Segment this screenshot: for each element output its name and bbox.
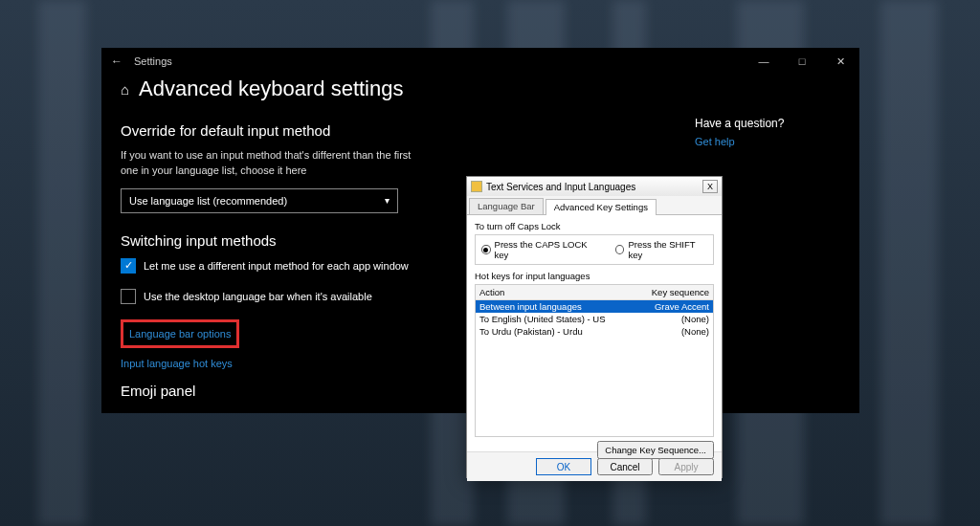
table-row[interactable]: To Urdu (Pakistan) - Urdu (None) [476,325,713,338]
close-button[interactable]: ✕ [821,48,859,75]
dialog-tab-body: To turn off Caps Lock Press the CAPS LOC… [467,214,722,451]
settings-app-title: Settings [124,55,172,67]
radio-off-icon [615,245,625,254]
override-heading: Override for default input method [121,122,523,139]
window-control-group: — □ ✕ [745,48,859,75]
check-label: Use the desktop language bar when it's a… [144,291,372,302]
apply-button[interactable]: Apply [658,458,714,475]
highlight-box: Language bar options [121,319,239,348]
radio-label: Press the CAPS LOCK key [495,239,598,260]
page-heading-text: Advanced keyboard settings [139,77,403,101]
table-row[interactable]: Between input languages Grave Accent [476,300,713,313]
combo-value: Use language list (recommended) [129,195,287,207]
settings-titlebar: ← Settings — □ ✕ [101,48,859,75]
cell-keyseq: Grave Accent [640,301,709,312]
table-header: Action Key sequence [476,285,713,300]
tab-language-bar[interactable]: Language Bar [469,198,544,214]
maximize-button[interactable]: □ [783,48,821,75]
input-language-hotkeys-link[interactable]: Input language hot keys [121,358,523,369]
back-icon[interactable]: ← [109,55,124,68]
hotkeys-table[interactable]: Action Key sequence Between input langua… [475,284,714,437]
cell-action: To English (United States) - US [479,314,640,324]
per-app-input-checkbox-row[interactable]: ✓ Let me use a different input method fo… [121,258,523,274]
dialog-close-button[interactable]: X [702,180,718,193]
cell-action: Between input languages [479,301,640,312]
cancel-button[interactable]: Cancel [597,458,653,475]
col-action: Action [476,285,644,299]
switching-heading: Switching input methods [121,232,523,249]
radio-shift-key[interactable]: Press the SHIFT key [615,239,707,260]
desktop-langbar-checkbox-row[interactable]: Use the desktop language bar when it's a… [121,289,523,304]
hotkeys-group-label: Hot keys for input languages [475,271,714,281]
change-key-sequence-button[interactable]: Change Key Sequence... [597,441,714,459]
minimize-button[interactable]: — [745,48,783,75]
capslock-group: To turn off Caps Lock Press the CAPS LOC… [475,221,714,265]
dialog-titlebar: Text Services and Input Languages X [467,177,722,196]
check-label: Let me use a different input method for … [144,260,409,272]
table-row[interactable]: To English (United States) - US (None) [476,313,713,325]
radio-on-icon [481,245,491,254]
have-question-label: Have a question? [695,117,840,130]
col-keyseq: Key sequence [644,285,713,299]
radio-label: Press the SHIFT key [628,239,707,260]
language-bar-options-link[interactable]: Language bar options [129,328,231,340]
home-icon[interactable]: ⌂ [121,81,129,98]
page-title: ⌂ Advanced keyboard settings [121,77,523,101]
checkbox-empty-icon [121,289,136,304]
text-services-dialog: Text Services and Input Languages X Lang… [466,176,723,478]
override-desc: If you want to use an input method that'… [121,148,427,179]
cell-keyseq: (None) [640,314,709,324]
cell-keyseq: (None) [640,326,709,337]
cell-action: To Urdu (Pakistan) - Urdu [479,326,640,337]
tab-advanced-key-settings[interactable]: Advanced Key Settings [546,199,657,215]
hotkeys-group: Hot keys for input languages Action Key … [475,271,714,459]
capslock-group-label: To turn off Caps Lock [475,221,714,231]
radio-capslock-key[interactable]: Press the CAPS LOCK key [481,239,598,260]
dialog-tabs: Language Bar Advanced Key Settings [467,196,722,214]
input-method-combo[interactable]: Use language list (recommended) ▾ [121,188,398,213]
emoji-heading: Emoji panel [121,383,523,399]
ok-button[interactable]: OK [536,458,591,475]
get-help-link[interactable]: Get help [695,136,735,147]
checkbox-checked-icon: ✓ [121,258,136,274]
chevron-down-icon: ▾ [385,195,390,206]
dialog-app-icon [471,181,482,192]
settings-main-column: ⌂ Advanced keyboard settings Override fo… [121,77,523,408]
dialog-title: Text Services and Input Languages [486,182,635,192]
